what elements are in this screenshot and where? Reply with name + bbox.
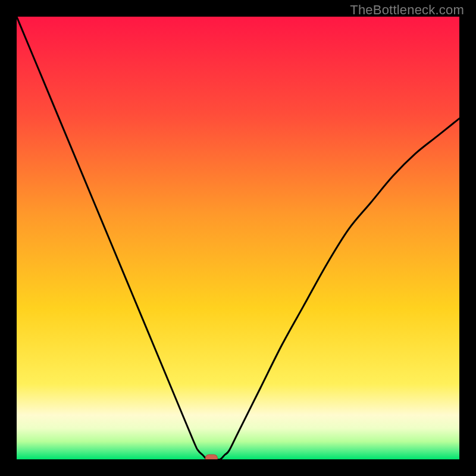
- bottleneck-chart: [17, 17, 459, 459]
- plot-area: [17, 17, 459, 459]
- gradient-background: [17, 17, 459, 459]
- chart-frame: TheBottleneck.com: [0, 0, 476, 476]
- attribution-label: TheBottleneck.com: [350, 2, 464, 18]
- optimal-point-marker: [205, 455, 217, 459]
